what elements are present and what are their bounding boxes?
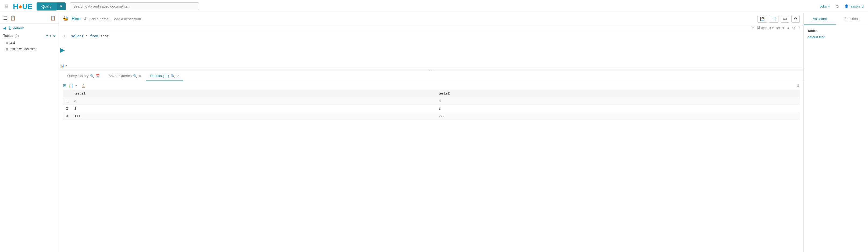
format-label: text xyxy=(776,26,781,30)
col-header-s2: test.s2 xyxy=(435,90,800,97)
results-area: Query History 🔍 📅 Saved Queries 🔍 ↺ Resu… xyxy=(59,71,803,252)
code-editor[interactable]: select * from test xyxy=(69,33,803,66)
row-num-cell: 3 xyxy=(63,112,71,120)
elapsed-time: 0s xyxy=(751,26,754,30)
hue-logo: H●UE xyxy=(13,2,32,11)
user-menu[interactable]: 👤 fayson_d xyxy=(844,4,864,8)
query-main-button[interactable]: Query xyxy=(37,2,57,10)
filter-icon[interactable]: ▾ xyxy=(46,34,48,38)
help-icon[interactable]: ? xyxy=(798,26,800,30)
chart-dropdown-icon[interactable]: ▾ xyxy=(65,64,67,67)
user-icon: 👤 xyxy=(844,4,849,8)
tags-button[interactable]: 🏷 xyxy=(781,15,789,23)
new-doc-button[interactable]: 📄 xyxy=(769,15,778,23)
username-label: fayson_d xyxy=(849,4,864,8)
tab-assistant[interactable]: Assistant xyxy=(804,13,836,25)
query-history-calendar-icon[interactable]: 📅 xyxy=(96,74,100,78)
grid-view-icon[interactable]: ⊞ xyxy=(63,83,66,88)
chart-view-icon[interactable]: 📊 xyxy=(68,83,73,88)
right-panel: Assistant Functions Tables default.test xyxy=(803,13,868,252)
db-section-header: ◀ 🗄 default xyxy=(0,24,59,32)
results-tabs: Query History 🔍 📅 Saved Queries 🔍 ↺ Resu… xyxy=(59,71,803,81)
format-selector[interactable]: text ▾ xyxy=(776,26,784,30)
tables-section-header: Tables (2) ▾ + ↺ xyxy=(0,32,59,39)
database-selector[interactable]: 🗄 default ▾ xyxy=(757,26,774,30)
add-table-icon[interactable]: + xyxy=(50,34,51,38)
cell-s1: a xyxy=(71,97,436,105)
tab-functions[interactable]: Functions xyxy=(836,13,868,25)
chart-view-arrow[interactable]: ▾ xyxy=(75,84,77,87)
code-table-name: test xyxy=(100,34,109,38)
tab-saved-queries[interactable]: Saved Queries 🔍 ↺ xyxy=(104,71,146,81)
tables-label: Tables xyxy=(3,34,13,38)
results-table: test.s1 test.s2 1 a b 2 1 2 xyxy=(63,90,800,120)
left-sidebar: ☰ 📋 📋 ◀ 🗄 default Tables (2) ▾ + ↺ ▦ tes… xyxy=(0,13,59,252)
run-query-button[interactable]: ▶ xyxy=(60,47,65,54)
hamburger-icon[interactable]: ☰ xyxy=(4,3,9,9)
col-header-s1: test.s1 xyxy=(71,90,436,97)
tab-query-history-label: Query History xyxy=(67,74,89,78)
code-space: * xyxy=(86,34,90,38)
download-icon[interactable]: ⬇ xyxy=(797,83,800,88)
table-item[interactable]: ▦ test_hive_delimiter xyxy=(0,46,59,52)
database-icon: 🗄 xyxy=(8,26,11,30)
db-icon-small: 🗄 xyxy=(757,26,760,30)
download-results-icon[interactable]: ⬇ xyxy=(787,26,789,30)
query-settings-icon[interactable]: ⚙ xyxy=(792,26,795,30)
resize-handle[interactable]: • • • xyxy=(59,69,803,71)
table-row: 3 111 222 xyxy=(63,112,800,120)
undo-icon[interactable]: ↺ xyxy=(83,17,87,21)
refresh-tables-icon[interactable]: ↺ xyxy=(53,34,56,38)
table-name: test xyxy=(10,41,15,45)
editor-status-bar: 0s 🗄 default ▾ text ▾ ⬇ ⚙ ? xyxy=(59,25,803,31)
history-icon[interactable]: ↺ xyxy=(835,4,839,9)
main-layout: ☰ 📋 📋 ◀ 🗄 default Tables (2) ▾ + ↺ ▦ tes… xyxy=(0,13,868,252)
table-row: 1 a b xyxy=(63,97,800,105)
table-item[interactable]: ▦ test xyxy=(0,39,59,46)
copy-icon[interactable]: 📋 xyxy=(81,83,86,88)
editor-bottom-toolbar: 📊 ▾ xyxy=(60,64,67,67)
add-description-field[interactable]: Add a description... xyxy=(114,17,144,21)
database-name[interactable]: default xyxy=(13,26,24,30)
db-chevron-icon: ▾ xyxy=(772,26,774,30)
sidebar-docs-icon[interactable]: 📋 xyxy=(50,16,56,21)
logo-dot: ● xyxy=(18,3,22,10)
jobs-link[interactable]: Jobs ≡ xyxy=(819,4,830,8)
results-expand-icon[interactable]: ⤢ xyxy=(176,74,179,78)
table-link[interactable]: default.test xyxy=(807,35,864,39)
add-name-field[interactable]: Add a name... xyxy=(90,17,111,21)
saved-queries-search-icon[interactable]: 🔍 xyxy=(133,74,137,78)
tab-results-label: Results (11) xyxy=(150,74,169,78)
search-input[interactable] xyxy=(70,2,199,10)
row-num-header xyxy=(63,90,71,97)
logo-h: H xyxy=(13,2,18,11)
results-search-icon[interactable]: 🔍 xyxy=(171,74,175,78)
tab-results[interactable]: Results (11) 🔍 ⤢ xyxy=(146,71,183,81)
db-selector-label: default xyxy=(761,26,771,30)
tab-query-history[interactable]: Query History 🔍 📅 xyxy=(63,71,104,81)
table-name: test_hive_delimiter xyxy=(10,47,37,51)
tables-count: (2) xyxy=(15,34,19,38)
cell-s2: b xyxy=(435,97,800,105)
settings-button[interactable]: ⚙ xyxy=(792,15,800,23)
query-dropdown-button[interactable]: ▼ xyxy=(57,2,66,10)
results-view-toolbar: ⊞ 📊 ▾ 📋 ⬇ xyxy=(63,81,800,90)
saved-queries-refresh-icon[interactable]: ↺ xyxy=(139,74,142,78)
back-arrow-icon[interactable]: ◀ xyxy=(3,26,6,30)
cell-s1: 111 xyxy=(71,112,436,120)
sidebar-files-icon[interactable]: 📋 xyxy=(10,16,16,21)
query-history-search-icon[interactable]: 🔍 xyxy=(90,74,94,78)
right-panel-content: Tables default.test xyxy=(804,25,868,43)
cell-s1: 1 xyxy=(71,105,436,112)
line-number-1: 1 xyxy=(61,34,68,38)
results-table-container: ⊞ 📊 ▾ 📋 ⬇ test.s1 test.s2 xyxy=(59,81,803,252)
hive-icon: 🐝 xyxy=(63,16,69,22)
table-row: 2 1 2 xyxy=(63,105,800,112)
cursor-caret xyxy=(109,34,109,38)
editor-toolbar-right: 💾 📄 🏷 ⚙ xyxy=(757,15,800,23)
keyword-select: select xyxy=(71,34,84,38)
save-doc-button[interactable]: 💾 xyxy=(757,15,767,23)
format-chevron-icon: ▾ xyxy=(782,26,784,30)
chart-type-icon[interactable]: 📊 xyxy=(60,64,64,67)
sidebar-layers-icon[interactable]: ☰ xyxy=(3,16,7,21)
